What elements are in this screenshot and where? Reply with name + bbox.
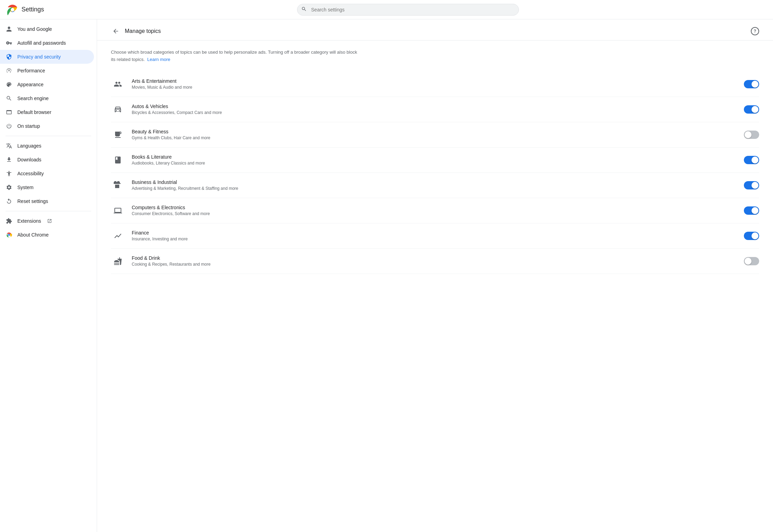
- topic-toggle-autos-vehicles[interactable]: [744, 105, 759, 114]
- sidebar-item-appearance[interactable]: Appearance: [0, 78, 94, 91]
- sidebar-item-downloads[interactable]: Downloads: [0, 153, 94, 167]
- sidebar-item-label-extensions: Extensions: [17, 218, 41, 224]
- topic-item-computers-electronics: Computers & ElectronicsConsumer Electron…: [111, 198, 759, 223]
- topic-text-computers-electronics: Computers & ElectronicsConsumer Electron…: [132, 205, 737, 216]
- content-body: Choose which broad categories of topics …: [97, 41, 773, 282]
- sidebar-item-label-appearance: Appearance: [17, 82, 44, 87]
- topic-toggle-arts-entertainment[interactable]: [744, 80, 759, 88]
- autos-icon: [111, 103, 125, 116]
- topic-text-arts-entertainment: Arts & EntertainmentMovies, Music & Audi…: [132, 78, 737, 90]
- sidebar-item-label-system: System: [17, 185, 34, 190]
- key-icon: [6, 39, 12, 46]
- sidebar-item-label-accessibility: Accessibility: [17, 171, 44, 176]
- content-header: Manage topics ?: [97, 19, 773, 41]
- description-text: Choose which broad categories of topics …: [111, 49, 361, 63]
- sidebar-item-label-downloads: Downloads: [17, 157, 41, 162]
- books-icon: [111, 153, 125, 167]
- reset-icon: [6, 198, 12, 205]
- sidebar-item-label-on-startup: On startup: [17, 123, 40, 129]
- business-icon: [111, 178, 125, 192]
- sidebar-item-on-startup[interactable]: On startup: [0, 119, 94, 133]
- sidebar-item-reset-settings[interactable]: Reset settings: [0, 194, 94, 208]
- logo-area: Settings: [7, 4, 44, 15]
- header: Settings: [0, 0, 773, 19]
- shield-icon: [6, 53, 12, 60]
- beauty-icon: [111, 128, 125, 142]
- sidebar-item-autofill-passwords[interactable]: Autofill and passwords: [0, 36, 94, 50]
- topic-text-food-drink: Food & DrinkCooking & Recipes, Restauran…: [132, 255, 737, 267]
- content-area: Manage topics ? Choose which broad categ…: [97, 19, 773, 532]
- sidebar-item-privacy-security[interactable]: Privacy and security: [0, 50, 94, 64]
- topic-item-autos-vehicles: Autos & VehiclesBicycles & Accessories, …: [111, 97, 759, 122]
- topic-name-computers-electronics: Computers & Electronics: [132, 205, 737, 210]
- sidebar-item-label-search-engine: Search engine: [17, 96, 49, 101]
- topic-desc-computers-electronics: Consumer Electronics, Software and more: [132, 211, 737, 216]
- performance-icon: [6, 67, 12, 74]
- sidebar-item-label-autofill-passwords: Autofill and passwords: [17, 40, 66, 46]
- topic-desc-business-industrial: Advertising & Marketing, Recruitment & S…: [132, 186, 737, 191]
- topic-toggle-computers-electronics[interactable]: [744, 206, 759, 215]
- topic-toggle-books-literature[interactable]: [744, 156, 759, 164]
- sidebar-item-system[interactable]: System: [0, 180, 94, 194]
- sidebar-divider-extensions: [6, 211, 91, 211]
- extensions-icon: [6, 218, 12, 224]
- topic-name-autos-vehicles: Autos & Vehicles: [132, 104, 737, 109]
- learn-more-link[interactable]: Learn more: [147, 57, 170, 62]
- sidebar-item-accessibility[interactable]: Accessibility: [0, 167, 94, 180]
- svg-point-2: [11, 8, 14, 11]
- languages-icon: [6, 142, 12, 149]
- topic-desc-finance: Insurance, Investing and more: [132, 237, 737, 241]
- chrome-logo-icon: [7, 4, 18, 15]
- sidebar-item-you-and-google[interactable]: You and Google: [0, 22, 94, 36]
- topics-list: Arts & EntertainmentMovies, Music & Audi…: [111, 72, 759, 274]
- topic-toggle-food-drink[interactable]: [744, 257, 759, 265]
- system-icon: [6, 184, 12, 191]
- topic-toggle-finance[interactable]: [744, 232, 759, 240]
- sidebar-item-label-about-chrome: About Chrome: [17, 232, 49, 238]
- appearance-icon: [6, 81, 12, 88]
- sidebar-divider-languages: [6, 136, 91, 136]
- topic-toggle-beauty-fitness[interactable]: [744, 131, 759, 139]
- finance-icon: [111, 229, 125, 243]
- topic-name-business-industrial: Business & Industrial: [132, 179, 737, 185]
- sidebar-item-label-performance: Performance: [17, 68, 45, 73]
- topic-item-beauty-fitness: Beauty & FitnessGyms & Health Clubs, Hai…: [111, 122, 759, 148]
- topic-name-food-drink: Food & Drink: [132, 255, 737, 261]
- browser-icon: [6, 109, 12, 116]
- back-button[interactable]: [111, 26, 121, 36]
- topic-desc-books-literature: Audiobooks, Literary Classics and more: [132, 161, 737, 166]
- main-layout: You and GoogleAutofill and passwordsPriv…: [0, 19, 773, 532]
- arts-icon: [111, 77, 125, 91]
- topic-text-finance: FinanceInsurance, Investing and more: [132, 230, 737, 241]
- downloads-icon: [6, 156, 12, 163]
- sidebar-item-languages[interactable]: Languages: [0, 139, 94, 153]
- accessibility-icon: [6, 170, 12, 177]
- sidebar-item-default-browser[interactable]: Default browser: [0, 105, 94, 119]
- sidebar-item-about-chrome[interactable]: About Chrome: [0, 228, 94, 242]
- topic-desc-arts-entertainment: Movies, Music & Audio and more: [132, 85, 737, 90]
- sidebar-item-performance[interactable]: Performance: [0, 64, 94, 78]
- topic-item-food-drink: Food & DrinkCooking & Recipes, Restauran…: [111, 249, 759, 274]
- search-input[interactable]: [297, 4, 519, 16]
- sidebar-item-search-engine[interactable]: Search engine: [0, 91, 94, 105]
- search-bar: [297, 4, 519, 16]
- chrome-icon: [6, 231, 12, 238]
- topic-toggle-business-industrial[interactable]: [744, 181, 759, 189]
- topic-desc-food-drink: Cooking & Recipes, Restaurants and more: [132, 262, 737, 267]
- content-header-left: Manage topics: [111, 26, 161, 36]
- topic-item-finance: FinanceInsurance, Investing and more: [111, 223, 759, 249]
- topic-desc-beauty-fitness: Gyms & Health Clubs, Hair Care and more: [132, 135, 737, 140]
- topic-text-business-industrial: Business & IndustrialAdvertising & Marke…: [132, 179, 737, 191]
- topic-name-books-literature: Books & Literature: [132, 154, 737, 160]
- topic-text-books-literature: Books & LiteratureAudiobooks, Literary C…: [132, 154, 737, 166]
- sidebar-item-label-privacy-security: Privacy and security: [17, 54, 61, 60]
- sidebar-item-label-reset-settings: Reset settings: [17, 198, 48, 204]
- help-button[interactable]: ?: [751, 27, 759, 35]
- svg-point-3: [8, 234, 10, 236]
- topic-name-arts-entertainment: Arts & Entertainment: [132, 78, 737, 84]
- search-icon: [6, 95, 12, 102]
- sidebar: You and GoogleAutofill and passwordsPriv…: [0, 19, 97, 532]
- topic-name-beauty-fitness: Beauty & Fitness: [132, 129, 737, 134]
- sidebar-item-extensions[interactable]: Extensions: [0, 214, 94, 228]
- topic-desc-autos-vehicles: Bicycles & Accessories, Compact Cars and…: [132, 110, 737, 115]
